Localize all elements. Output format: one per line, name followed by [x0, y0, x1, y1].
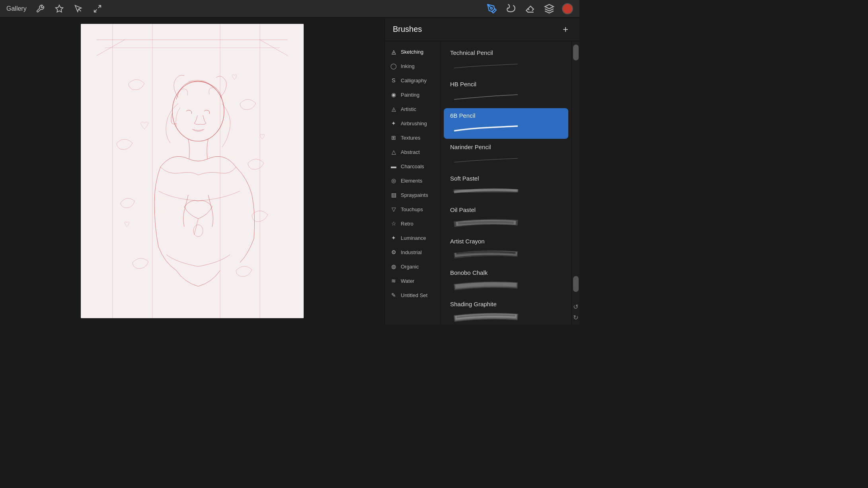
brush-stroke-narinder-pencil: [450, 154, 522, 165]
sketching-label: Sketching: [401, 49, 423, 55]
drawing-canvas[interactable]: [81, 24, 304, 318]
canvas-area[interactable]: [0, 17, 384, 325]
toolbar-right: [486, 2, 573, 15]
organic-label: Organic: [401, 264, 419, 270]
painting-icon: ◉: [390, 91, 398, 99]
brush-stroke-technical-pencil: [450, 59, 522, 70]
brush-item-technical-pencil[interactable]: Technical Pencil: [444, 45, 568, 76]
organic-icon: ◍: [390, 262, 398, 270]
luminance-label: Luminance: [401, 235, 426, 241]
sidebar-item-spraypaints[interactable]: ▤ Spraypaints: [385, 188, 440, 202]
brush-item-bonobo-chalk[interactable]: Bonobo Chalk: [444, 265, 568, 296]
brush-name-soft-pastel: Soft Pastel: [450, 175, 562, 182]
sidebar-item-industrial[interactable]: ⚙ Industrial: [385, 245, 440, 259]
sidebar-item-touchups[interactable]: ▽ Touchups: [385, 202, 440, 216]
airbrushing-icon: ✦: [390, 119, 398, 127]
calligraphy-icon: S: [390, 76, 398, 84]
brush-stroke-hb-pencil: [450, 91, 522, 102]
sidebar-item-inking[interactable]: ◯ Inking: [385, 59, 440, 73]
scroll-handle-top[interactable]: [573, 45, 579, 60]
charcoals-label: Charcoals: [401, 163, 424, 169]
textures-label: Textures: [401, 135, 420, 141]
brush-preview-technical-pencil: [450, 58, 562, 72]
modify-icon[interactable]: [54, 3, 65, 14]
color-picker[interactable]: [562, 3, 573, 14]
brush-preview-oil-pastel: [450, 215, 562, 229]
brush-stroke-artist-crayon: [450, 248, 522, 259]
sidebar-item-abstract[interactable]: △ Abstract: [385, 145, 440, 159]
artistic-label: Artistic: [401, 106, 416, 112]
scroll-handle-bottom[interactable]: [573, 276, 579, 292]
sidebar-item-artistic[interactable]: ◬ Artistic: [385, 102, 440, 116]
industrial-label: Industrial: [401, 249, 422, 255]
gallery-button[interactable]: Gallery: [6, 5, 27, 12]
brush-item-6b-pencil[interactable]: 6B Pencil: [444, 108, 568, 139]
textures-icon: ⊞: [390, 134, 398, 142]
brush-item-soft-pastel[interactable]: Soft Pastel: [444, 171, 568, 202]
svg-rect-5: [81, 24, 304, 318]
add-brush-button[interactable]: +: [560, 23, 572, 35]
untitled-label: Untitled Set: [401, 292, 427, 298]
brush-preview-bonobo-chalk: [450, 278, 562, 292]
sidebar-item-untitled[interactable]: ✎ Untitled Set: [385, 288, 440, 302]
eraser-tool-icon[interactable]: [524, 2, 536, 15]
brushes-header: Brushes +: [385, 17, 579, 41]
selection-icon[interactable]: [73, 3, 84, 14]
brush-name-shading-graphite: Shading Graphite: [450, 301, 562, 307]
brush-stroke-shading-graphite: [450, 311, 522, 322]
brush-preview-shading-graphite: [450, 309, 562, 323]
brush-preview-soft-pastel: [450, 183, 562, 198]
brush-item-narinder-pencil[interactable]: Narinder Pencil: [444, 140, 568, 170]
toolbar-left: Gallery: [6, 3, 478, 14]
svg-line-1: [98, 5, 101, 8]
industrial-icon: ⚙: [390, 248, 398, 256]
sidebar-item-luminance[interactable]: ✦ Luminance: [385, 231, 440, 245]
svg-marker-0: [56, 5, 63, 12]
sidebar-item-calligraphy[interactable]: S Calligraphy: [385, 73, 440, 87]
retro-icon: ☆: [390, 220, 398, 227]
charcoals-icon: ▬: [390, 162, 398, 170]
sidebar-item-charcoals[interactable]: ▬ Charcoals: [385, 159, 440, 173]
sidebar-item-sketching[interactable]: ◬ Sketching: [385, 45, 440, 59]
brush-preview-hb-pencil: [450, 89, 562, 103]
svg-marker-4: [545, 4, 554, 9]
transform-icon[interactable]: [92, 3, 103, 14]
pen-tool-active[interactable]: [486, 2, 498, 15]
brush-item-oil-pastel[interactable]: Oil Pastel: [444, 202, 568, 233]
sidebar-item-water[interactable]: ≋ Water: [385, 274, 440, 288]
brush-list: Technical Pencil HB Pencil 6B Pencil N: [441, 41, 572, 325]
inking-label: Inking: [401, 63, 415, 69]
brush-name-hb-pencil: HB Pencil: [450, 81, 562, 87]
sidebar-item-textures[interactable]: ⊞ Textures: [385, 130, 440, 145]
svg-line-2: [94, 9, 96, 12]
water-label: Water: [401, 278, 414, 284]
wrench-icon[interactable]: [35, 3, 46, 14]
brushes-content: ◬ Sketching ◯ Inking S Calligraphy ◉ Pai…: [385, 41, 579, 325]
brush-preview-artist-crayon: [450, 246, 562, 261]
brushes-title: Brushes: [393, 25, 422, 34]
inking-icon: ◯: [390, 62, 398, 70]
right-scrollbar: ↺ ↻: [572, 41, 579, 325]
sidebar-item-elements[interactable]: ◎ Elements: [385, 173, 440, 188]
elements-label: Elements: [401, 178, 422, 184]
sidebar-item-retro[interactable]: ☆ Retro: [385, 216, 440, 231]
brush-name-oil-pastel: Oil Pastel: [450, 206, 562, 213]
redo-button[interactable]: ↻: [573, 314, 578, 321]
brush-categories: ◬ Sketching ◯ Inking S Calligraphy ◉ Pai…: [385, 41, 441, 325]
brush-item-hb-pencil[interactable]: HB Pencil: [444, 77, 568, 107]
sidebar-item-painting[interactable]: ◉ Painting: [385, 87, 440, 102]
sidebar-item-organic[interactable]: ◍ Organic: [385, 259, 440, 274]
undo-button[interactable]: ↺: [573, 303, 578, 311]
top-toolbar: Gallery: [0, 0, 579, 17]
brush-name-narinder-pencil: Narinder Pencil: [450, 144, 562, 150]
brush-item-shading-graphite[interactable]: Shading Graphite: [444, 297, 568, 325]
retro-label: Retro: [401, 221, 414, 227]
brush-name-bonobo-chalk: Bonobo Chalk: [450, 269, 562, 276]
brush-item-artist-crayon[interactable]: Artist Crayon: [444, 234, 568, 264]
svg-point-3: [491, 7, 492, 9]
brush-stroke-oil-pastel: [450, 216, 522, 227]
sidebar-item-airbrushing[interactable]: ✦ Airbrushing: [385, 116, 440, 130]
smudge-tool-icon[interactable]: [505, 2, 517, 15]
painting-label: Painting: [401, 92, 419, 98]
layers-icon[interactable]: [543, 2, 556, 15]
